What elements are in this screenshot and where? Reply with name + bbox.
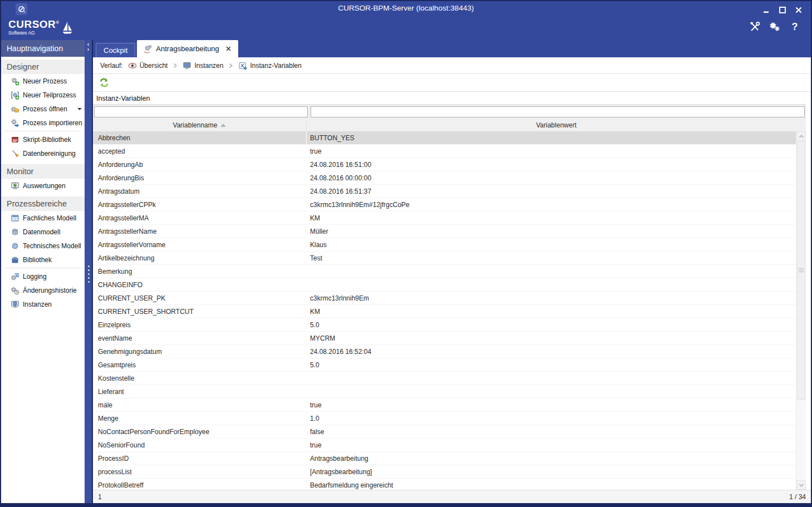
table-row[interactable]: AntragsstellerNameMüller [93,225,796,238]
vertical-scrollbar[interactable] [796,131,806,490]
sidebar-item-prozess-importieren[interactable]: Prozess importieren [1,116,85,130]
breadcrumb-item-instanz-variablen[interactable]: XInstanz-Variablen [238,61,302,70]
table-row[interactable]: maletrue [93,398,796,412]
titlebar-tools: ? [749,21,801,33]
table-row[interactable]: AntragsstellerVornameKlaus [93,238,796,252]
brand-text: CURSOR [8,18,56,30]
splitter-collapse-arrows[interactable]: ‹› [85,42,92,52]
variable-name-cell: NoContactPersonFoundForEmployee [93,428,307,436]
variable-name-cell: AntragsstellerMA [93,214,307,222]
sidebar-item-prozess-offnen[interactable]: Prozess öffnen [1,102,85,116]
table-row[interactable]: CURRENT_USER_SHORTCUTKM [93,305,796,318]
tab-strip: CockpitAntragsbearbeitung [93,40,811,57]
minimize-button[interactable] [761,5,772,14]
table-row[interactable]: NoSeniorFoundtrue [93,439,796,452]
sidebar-item-logging[interactable]: Logging [1,269,85,283]
table-row[interactable]: AntragsstellerCPPkc3krmc13rlnnih9Em#12jf… [93,198,796,211]
sidebar-item-instanzen[interactable]: Instanzen [1,297,85,311]
variable-value-cell: true [307,401,796,409]
variable-value-cell: Klaus [307,241,796,249]
variablenwert-filter-input[interactable] [311,106,805,117]
variable-value-cell: KM [307,214,796,222]
refresh-button[interactable] [98,77,110,89]
sidebar-item-auswertungen[interactable]: Auswertungen [1,179,85,193]
table-row[interactable]: AnforderungAb24.08.2016 16:51:00 [93,158,796,171]
new-subprocess-icon [11,91,19,100]
breadcrumb-item-label: Instanz-Variablen [250,62,302,70]
gears-icon [769,21,781,32]
table-row[interactable]: CHANGEINFO [93,278,796,292]
minimize-icon [762,6,770,14]
settings-tools-button[interactable] [749,21,761,33]
column-header-variablenname[interactable]: Variablenname [93,119,307,131]
sidebar-splitter[interactable]: ‹› [85,40,92,503]
sort-asc-icon [220,124,226,127]
sidebar-item-neuer-teilprozess[interactable]: Neuer Teilprozess [1,88,85,102]
table-row[interactable]: AntragsstellerMAKM [93,211,796,225]
help-button[interactable]: ? [789,21,801,33]
window-title: CURSOR-BPM-Server (localhost:38443) [1,4,811,12]
help-icon: ? [792,21,798,33]
open-process-icon [11,105,19,114]
sidebar-item-anderungshistorie[interactable]: Änderungshistorie [1,283,85,297]
variable-name-cell: AnforderungBis [93,174,307,182]
table-row[interactable]: acceptedtrue [93,145,796,158]
table-row[interactable]: processList[Antragsbearbeitung] [93,465,796,479]
close-tab-icon[interactable] [225,46,232,52]
scroll-track[interactable] [796,141,806,480]
variable-value-cell: c3krmc13rlnnih9Em [307,294,796,302]
variable-value-cell: true [307,441,796,449]
tab-antragsbearbeitung[interactable]: Antragsbearbeitung [137,40,238,57]
table-row[interactable]: ProcessIDAntragsbearbeitung [93,452,796,465]
services-button[interactable] [769,21,781,33]
sidebar-item-fachliches-modell[interactable]: Fachliches Modell [1,211,85,225]
table-row[interactable]: Einzelpreis5.0 [93,318,796,332]
sidebar-item-bibliothek[interactable]: Bibliothek [1,253,85,267]
sidebar-item-datenbereinigung[interactable]: Datenbereinigung [1,146,85,160]
variable-name-cell: Einzelpreis [93,321,307,329]
import-process-icon [11,119,19,127]
variable-name-cell: CHANGEINFO [93,281,307,289]
scroll-thumb[interactable] [797,141,805,400]
column-header-variablenwert[interactable]: Variablenwert [307,119,806,131]
table-row[interactable]: Kostenstelle [93,372,796,385]
maximize-button[interactable] [777,5,788,14]
scroll-up-button[interactable] [796,131,806,141]
titlebar: CURSOR-BPM-Server (localhost:38443) CURS… [1,1,811,40]
tab-cockpit[interactable]: Cockpit [96,43,135,57]
variablenname-filter-input[interactable] [94,106,308,117]
variable-name-cell: CURRENT_USER_SHORTCUT [93,308,307,316]
sidebar-item-datenmodell[interactable]: Datenmodell [1,225,85,239]
table-row[interactable]: NoContactPersonFoundForEmployeefalse [93,425,796,439]
variable-value-cell: KM [307,308,796,316]
table-row[interactable]: Antragsdatum24.08.2016 16:51:37 [93,185,796,198]
scroll-down-button[interactable] [796,480,806,490]
breadcrumb-item-ubersicht[interactable]: Übersicht [128,61,168,70]
breadcrumb-item-label: Übersicht [140,62,168,70]
variable-value-cell: 24.08.2016 16:51:37 [307,188,796,195]
variable-name-cell: ProcessID [93,455,307,462]
sidebar-item-neuer-prozess[interactable]: Neuer Prozess [1,74,85,88]
table-row[interactable]: Menge1.0 [93,412,796,425]
close-button[interactable] [793,5,804,14]
table-row[interactable]: AnforderungBis24.08.2016 00:00:00 [93,171,796,185]
variable-value-cell: Test [307,254,796,262]
sidebar-item-technisches-modell[interactable]: Technisches Modell [1,239,85,253]
functional-model-icon [11,214,19,223]
table-row[interactable]: eventNameMYCRM [93,332,796,345]
table-row[interactable]: Gesamtpreis5.0 [93,358,796,372]
variable-name-cell: Artikelbezeichnung [93,254,307,262]
logging-icon [11,272,19,281]
breadcrumb-item-instanzen[interactable]: Instanzen [183,61,223,70]
sidebar-item-skript-bibliothek[interactable]: Skript-Bibliothek [1,132,85,146]
table-row[interactable]: Lieferant [93,385,796,398]
variable-name-cell: AnforderungAb [93,161,307,169]
table-row[interactable]: AbbrechenBUTTON_YES [93,131,796,145]
table-row[interactable]: Bemerkung [93,265,796,278]
table-row[interactable]: ProtokollBetreffBedarfsmeldung eingereic… [93,479,796,490]
dropdown-caret-icon[interactable] [77,108,82,110]
wrench-screwdriver-icon [749,21,760,32]
table-row[interactable]: CURRENT_USER_PKc3krmc13rlnnih9Em [93,292,796,305]
table-row[interactable]: ArtikelbezeichnungTest [93,252,796,265]
table-row[interactable]: Genehmigungsdatum24.08.2016 16:52:04 [93,345,796,358]
